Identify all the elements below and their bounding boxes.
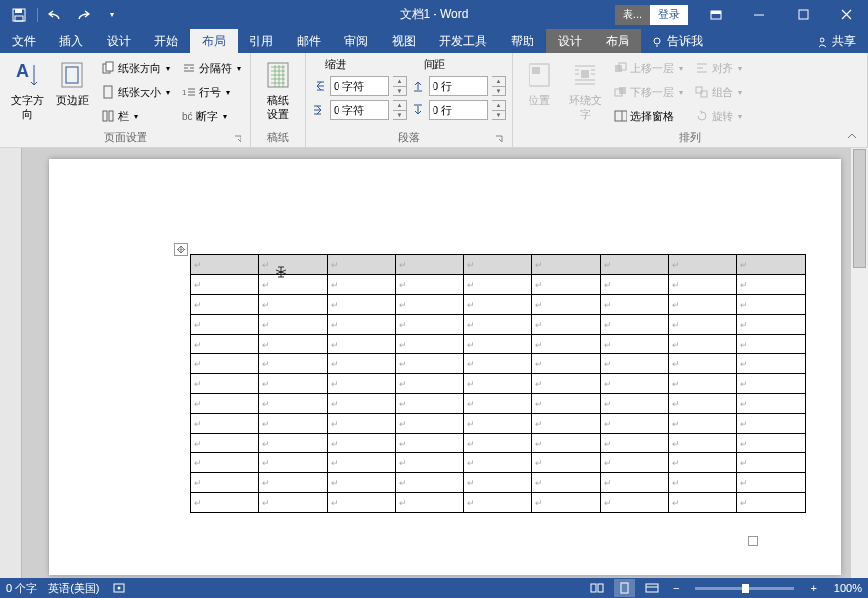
table-cell[interactable]: ↵ [531,453,600,473]
indent-right-spinner[interactable]: ▲▼ [393,100,407,120]
table-cell[interactable]: ↵ [190,335,258,354]
table-cell[interactable]: ↵ [600,275,668,295]
table-cell[interactable]: ↵ [463,473,531,493]
table-cell[interactable]: ↵ [190,493,258,513]
table-cell[interactable]: ↵ [190,255,258,275]
table-cell[interactable]: ↵ [190,315,258,335]
table-cell[interactable]: ↵ [395,473,463,493]
tab-references[interactable]: 引用 [238,29,285,53]
table-cell[interactable]: ↵ [600,434,668,453]
table-cell[interactable]: ↵ [463,295,531,315]
tab-review[interactable]: 审阅 [333,29,380,53]
table-cell[interactable]: ↵ [668,335,736,354]
close-button[interactable] [824,0,868,29]
table-cell[interactable]: ↵ [531,493,600,513]
orientation-button[interactable]: 纸张方向 [97,57,174,79]
table-cell[interactable]: ↵ [190,394,258,414]
table-cell[interactable]: ↵ [258,374,327,394]
undo-button[interactable] [43,3,68,27]
table-cell[interactable]: ↵ [531,374,600,394]
bring-forward-button[interactable]: 上移一层 [610,57,687,79]
page-setup-dialog-launcher[interactable] [233,134,242,144]
table-cell[interactable]: ↵ [531,434,600,453]
table-cell[interactable]: ↵ [668,295,736,315]
table-cell[interactable]: ↵ [463,453,531,473]
table-cell[interactable]: ↵ [395,275,463,295]
line-numbers-button[interactable]: 1行号 [178,81,244,103]
table-cell[interactable]: ↵ [668,275,736,295]
table-cell[interactable]: ↵ [327,295,395,315]
table-cell[interactable]: ↵ [668,453,736,473]
table-cell[interactable]: ↵ [600,255,668,275]
tab-insert[interactable]: 插入 [48,29,95,53]
table-cell[interactable]: ↵ [531,354,600,374]
indent-left-spinner[interactable]: ▲▼ [393,76,407,96]
table-cell[interactable]: ↵ [258,493,327,513]
word-count[interactable]: 0 个字 [6,581,37,596]
table-cell[interactable]: ↵ [463,493,531,513]
minimize-button[interactable] [737,0,781,29]
table-cell[interactable]: ↵ [463,394,531,414]
table-cell[interactable]: ↵ [600,315,668,335]
table-cell[interactable]: ↵ [668,434,736,453]
spacing-after-input[interactable]: 0 行 [429,100,488,120]
table-cell[interactable]: ↵ [258,335,327,354]
indent-right-input[interactable]: 0 字符 [330,100,389,120]
table-cell[interactable]: ↵ [531,394,600,414]
web-layout-button[interactable] [641,579,663,597]
tab-developer[interactable]: 开发工具 [428,29,499,53]
tab-layout[interactable]: 布局 [190,29,238,53]
print-layout-button[interactable] [614,579,635,597]
table-cell[interactable]: ↵ [736,354,805,374]
table-cell[interactable]: ↵ [668,255,736,275]
table-cell[interactable]: ↵ [190,295,258,315]
table-cell[interactable]: ↵ [600,394,668,414]
ribbon-display-options[interactable] [694,0,737,29]
table-cell[interactable]: ↵ [531,275,600,295]
table-cell[interactable]: ↵ [258,414,327,434]
table-cell[interactable]: ↵ [600,453,668,473]
table-cell[interactable]: ↵ [190,354,258,374]
table-cell[interactable]: ↵ [258,315,327,335]
table-cell[interactable]: ↵ [395,493,463,513]
table-cell[interactable]: ↵ [395,255,463,275]
table-cell[interactable]: ↵ [395,335,463,354]
language-status[interactable]: 英语(美国) [48,581,99,596]
table-cell[interactable]: ↵ [327,255,395,275]
indent-left-input[interactable]: 0 字符 [330,76,389,96]
table-cell[interactable]: ↵ [395,453,463,473]
table-cell[interactable]: ↵ [668,315,736,335]
tab-help[interactable]: 帮助 [499,29,546,53]
rotate-button[interactable]: 旋转 [691,105,746,127]
group-button[interactable]: 组合 [691,81,746,103]
table-cell[interactable]: ↵ [258,453,327,473]
zoom-slider[interactable] [695,587,794,590]
table-cell[interactable]: ↵ [600,473,668,493]
table-cell[interactable]: ↵ [531,414,600,434]
table-cell[interactable]: ↵ [258,434,327,453]
document-canvas[interactable]: ↵↵↵↵↵↵↵↵↵↵↵↵↵↵↵↵↵↵↵↵↵↵↵↵↵↵↵↵↵↵↵↵↵↵↵↵↵↵↵↵… [22,148,868,578]
tell-me-search[interactable]: 告诉我 [641,29,713,53]
zoom-in-button[interactable]: + [806,582,820,594]
table-cell[interactable]: ↵ [327,335,395,354]
table-cell[interactable]: ↵ [600,354,668,374]
paragraph-dialog-launcher[interactable] [494,134,504,144]
table-cell[interactable]: ↵ [327,473,395,493]
zoom-level[interactable]: 100% [834,582,862,594]
table-cell[interactable]: ↵ [600,414,668,434]
table-cell[interactable]: ↵ [463,434,531,453]
table-cell[interactable]: ↵ [668,493,736,513]
vertical-scrollbar[interactable] [851,148,868,578]
table-cell[interactable]: ↵ [463,275,531,295]
tab-design[interactable]: 设计 [95,29,143,53]
table-cell[interactable]: ↵ [190,453,258,473]
tab-mailings[interactable]: 邮件 [285,29,333,53]
spacing-after-spinner[interactable]: ▲▼ [492,100,506,120]
table-cell[interactable]: ↵ [531,473,600,493]
size-button[interactable]: 纸张大小 [97,81,174,103]
table-cell[interactable]: ↵ [190,414,258,434]
document-table[interactable]: ↵↵↵↵↵↵↵↵↵↵↵↵↵↵↵↵↵↵↵↵↵↵↵↵↵↵↵↵↵↵↵↵↵↵↵↵↵↵↵↵… [190,254,806,513]
table-cell[interactable]: ↵ [668,473,736,493]
zoom-slider-thumb[interactable] [742,584,749,593]
manuscript-settings-button[interactable]: 稿纸 设置 [257,57,299,130]
